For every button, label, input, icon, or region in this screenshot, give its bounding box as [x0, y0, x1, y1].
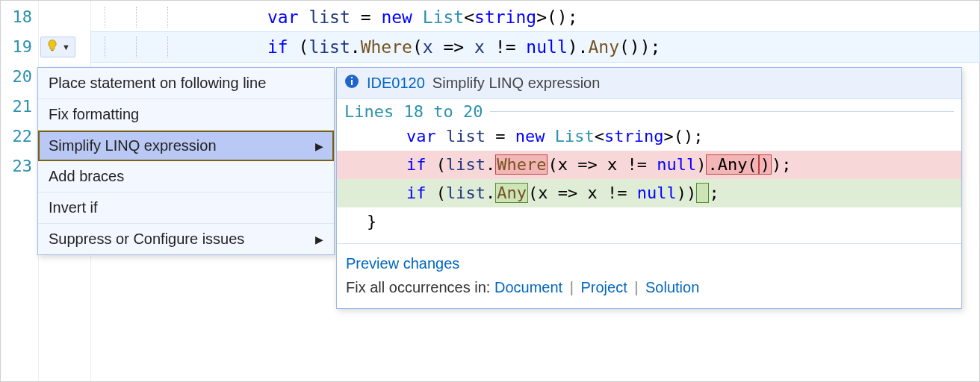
line-number: 20: [1, 62, 32, 92]
divider: [490, 111, 954, 112]
diagnostic-id: IDE0120: [367, 75, 425, 92]
line-number: 19: [1, 32, 32, 62]
line-number: 22: [1, 122, 32, 151]
line-number-gutter: 18 19 20 21 22 23: [1, 1, 38, 381]
qa-item-add-braces[interactable]: Add braces: [38, 161, 334, 192]
code-line-18[interactable]: var list = new List<string>();: [91, 2, 979, 32]
fix-all-document-link[interactable]: Document: [494, 279, 562, 295]
separator: |: [570, 279, 574, 295]
chevron-right-icon: ▶: [315, 140, 323, 152]
chevron-down-icon: ▼: [62, 43, 70, 51]
preview-header: IDE0120 Simplify LINQ expression: [337, 68, 961, 99]
qa-item-label: Add braces: [49, 168, 124, 185]
qa-item-label: Suppress or Configure issues: [49, 231, 244, 248]
qa-item-label: Place statement on following line: [49, 75, 266, 92]
qa-item-label: Simplify LINQ expression: [49, 137, 217, 154]
fix-all-label: Fix all occurrences in:: [346, 279, 494, 295]
qa-item-suppress-configure[interactable]: Suppress or Configure issues ▶: [38, 224, 334, 254]
quick-actions-lightbulb[interactable]: ▼: [40, 37, 75, 57]
info-icon: [344, 74, 359, 93]
preview-changes-link[interactable]: Preview changes: [346, 255, 459, 272]
qa-item-simplify-linq[interactable]: Simplify LINQ expression ▶: [38, 131, 334, 161]
separator: |: [634, 279, 638, 295]
line-number: 23: [1, 151, 32, 181]
diff-context-line: }: [337, 207, 961, 236]
qa-item-fix-formatting[interactable]: Fix formatting: [38, 99, 334, 131]
quick-action-preview-panel: IDE0120 Simplify LINQ expression Lines 1…: [336, 67, 962, 309]
diff-added-line: if (list.Any(x => x != null)) ;: [337, 179, 961, 207]
line-number: 21: [1, 92, 32, 122]
code-line-19[interactable]: if (list.Where(x => x != null).Any());: [91, 32, 979, 62]
qa-item-place-statement[interactable]: Place statement on following line: [38, 68, 334, 99]
diagnostic-title: Simplify LINQ expression: [432, 75, 601, 92]
fix-all-solution-link[interactable]: Solution: [645, 279, 699, 295]
line-number: 18: [1, 2, 32, 32]
diff-view: Lines 18 to 20 var list = new List<strin…: [337, 99, 961, 244]
qa-item-label: Invert if: [49, 199, 98, 216]
qa-item-label: Fix formatting: [49, 106, 139, 123]
diff-removed-line: if (list.Where(x => x != null).Any());: [337, 151, 961, 179]
qa-item-invert-if[interactable]: Invert if: [38, 192, 334, 224]
svg-rect-0: [51, 50, 54, 51]
diff-context-line: var list = new List<string>();: [337, 122, 961, 151]
preview-footer: Preview changes Fix all occurrences in: …: [337, 244, 961, 308]
lightbulb-icon: [46, 39, 59, 55]
quick-actions-menu: Place statement on following line Fix fo…: [37, 67, 335, 255]
svg-rect-2: [351, 80, 353, 85]
fix-all-project-link[interactable]: Project: [580, 279, 627, 295]
chevron-right-icon: ▶: [315, 234, 323, 245]
svg-rect-3: [351, 77, 353, 78]
diff-caption: Lines 18 to 20: [337, 102, 961, 122]
